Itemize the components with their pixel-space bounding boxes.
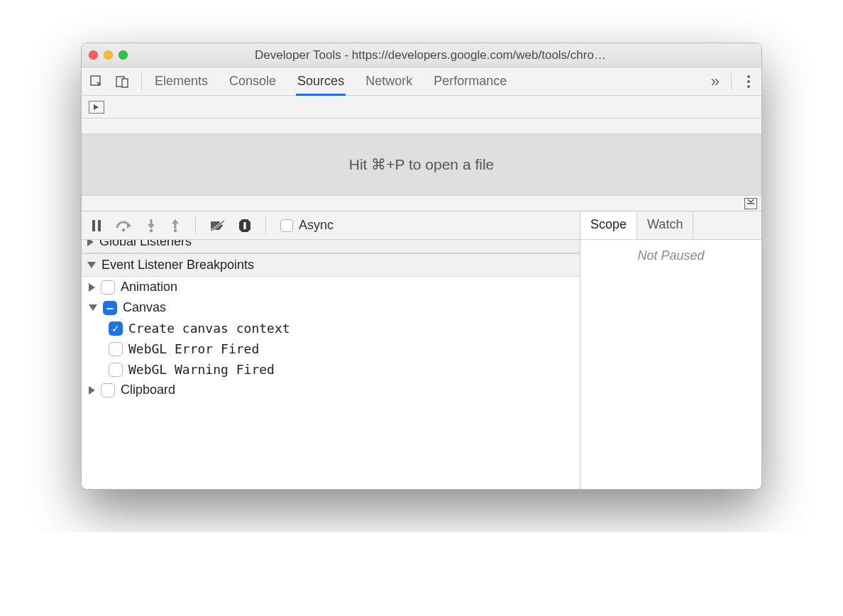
tab-watch[interactable]: Watch xyxy=(637,211,693,239)
svg-rect-4 xyxy=(92,220,95,231)
close-window-button[interactable] xyxy=(89,50,98,60)
checkbox-unchecked[interactable] xyxy=(101,383,115,397)
svg-rect-2 xyxy=(122,79,128,87)
tab-sources[interactable]: Sources xyxy=(296,68,346,96)
title-bar: Developer Tools - https://developers.goo… xyxy=(82,43,761,67)
svg-point-6 xyxy=(122,228,126,231)
pause-icon[interactable] xyxy=(92,219,103,232)
minimize-window-button[interactable] xyxy=(104,50,113,60)
item-label: Create canvas context xyxy=(128,321,290,336)
chevron-down-icon xyxy=(89,304,97,311)
debugger-split: Async Global Listeners Event Listener Br… xyxy=(82,211,761,489)
chevron-right-icon xyxy=(87,240,94,246)
checkbox-checked[interactable]: ✓ xyxy=(109,321,123,336)
hint-top-strip xyxy=(82,119,761,134)
scope-watch-tabs: Scope Watch xyxy=(580,211,761,240)
tree-item-create-canvas-context[interactable]: ✓ Create canvas context xyxy=(82,318,580,339)
tree-item-webgl-error[interactable]: WebGL Error Fired xyxy=(82,339,580,359)
checkbox-mixed[interactable]: – xyxy=(103,301,117,315)
pause-on-exceptions-icon[interactable] xyxy=(238,219,251,233)
tab-performance[interactable]: Performance xyxy=(432,68,508,96)
tab-network[interactable]: Network xyxy=(364,68,414,96)
inspect-element-icon[interactable] xyxy=(89,74,104,89)
settings-menu-icon[interactable] xyxy=(743,75,754,88)
tree-category-clipboard[interactable]: Clipboard xyxy=(82,380,580,400)
tree-item-webgl-warning[interactable]: WebGL Warning Fired xyxy=(82,359,580,380)
drawer-toggle-icon[interactable] xyxy=(744,198,757,209)
async-label: Async xyxy=(299,218,334,233)
checkbox-unchecked[interactable] xyxy=(109,363,123,377)
svg-rect-3 xyxy=(747,203,754,204)
category-label: Animation xyxy=(121,280,177,295)
separator xyxy=(195,217,196,234)
device-toolbar-icon[interactable] xyxy=(114,74,130,89)
window-controls xyxy=(89,50,128,60)
step-out-icon[interactable] xyxy=(170,219,181,233)
separator xyxy=(265,217,266,234)
tree-section-collapsed[interactable]: Global Listeners xyxy=(82,240,580,253)
svg-point-8 xyxy=(150,229,153,232)
tab-console[interactable]: Console xyxy=(228,68,277,96)
scope-body: Not Paused xyxy=(580,240,761,489)
tree-section-label: Global Listeners xyxy=(99,240,192,249)
main-toolbar: Elements Console Sources Network Perform… xyxy=(82,67,761,96)
step-into-icon[interactable] xyxy=(145,219,157,233)
more-tabs-button[interactable]: » xyxy=(711,72,720,91)
checkbox-unchecked[interactable] xyxy=(109,342,123,356)
tree-category-canvas[interactable]: – Canvas xyxy=(82,297,580,318)
chevron-right-icon xyxy=(89,386,95,395)
svg-rect-5 xyxy=(98,220,101,231)
svg-rect-14 xyxy=(244,222,246,229)
tree-section-label: Event Listener Breakpoints xyxy=(101,258,254,273)
chevron-right-icon xyxy=(89,283,95,292)
file-open-hint-text: Hit ⌘+P to open a file xyxy=(349,156,494,173)
deactivate-breakpoints-icon[interactable] xyxy=(210,219,226,232)
sources-subtoolbar xyxy=(82,96,761,119)
async-checkbox[interactable] xyxy=(280,219,293,232)
tab-elements[interactable]: Elements xyxy=(153,68,209,96)
svg-point-10 xyxy=(174,229,177,232)
debug-controls: Async xyxy=(82,211,580,240)
separator xyxy=(731,73,732,90)
breakpoints-tree: Global Listeners Event Listener Breakpoi… xyxy=(82,240,580,400)
show-navigator-icon[interactable] xyxy=(89,101,104,114)
async-toggle[interactable]: Async xyxy=(280,218,334,233)
debugger-right-panel: Scope Watch Not Paused xyxy=(580,211,761,489)
tab-scope[interactable]: Scope xyxy=(580,211,637,239)
item-label: WebGL Warning Fired xyxy=(128,362,275,377)
file-open-hint-area: Hit ⌘+P to open a file xyxy=(82,119,761,211)
tree-section-expanded[interactable]: Event Listener Breakpoints xyxy=(82,253,580,277)
checkbox-unchecked[interactable] xyxy=(101,280,115,295)
maximize-window-button[interactable] xyxy=(119,50,128,60)
chevron-down-icon xyxy=(87,262,96,268)
separator xyxy=(141,73,142,90)
devtools-window: Developer Tools - https://developers.goo… xyxy=(81,43,762,490)
tree-category-animation[interactable]: Animation xyxy=(82,277,580,297)
category-label: Clipboard xyxy=(121,383,175,397)
panel-tabs: Elements Console Sources Network Perform… xyxy=(153,67,508,95)
hint-bottom-strip xyxy=(82,195,761,211)
window-title: Developer Tools - https://developers.goo… xyxy=(135,48,754,62)
step-over-icon[interactable] xyxy=(116,219,133,232)
category-label: Canvas xyxy=(123,300,166,315)
debugger-left-panel: Async Global Listeners Event Listener Br… xyxy=(82,211,580,489)
item-label: WebGL Error Fired xyxy=(128,341,259,356)
